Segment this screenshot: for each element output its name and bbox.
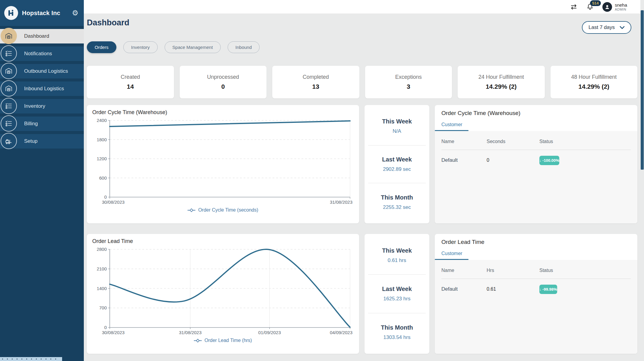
status-badge: ↓ -100.00% bbox=[539, 156, 559, 165]
tab-inventory[interactable]: Inventory bbox=[123, 41, 158, 53]
summary-label: This Week bbox=[382, 118, 412, 125]
lead-time-summary-panel: This Week 0.61 hrs Last Week 1625.23 hrs… bbox=[365, 234, 429, 354]
app-root: Hopstack Inc ⚙ Dashboard Notifications bbox=[0, 0, 644, 361]
cell-name: Default bbox=[441, 286, 487, 292]
column-header-status: Status bbox=[539, 268, 631, 273]
stat-value: 0 bbox=[221, 83, 225, 90]
user-meta: sneha ADMIN bbox=[615, 2, 627, 11]
summary-value: 2902.89 sec bbox=[383, 166, 411, 172]
table-header: Name Hrs Status bbox=[441, 260, 631, 279]
sidebar-item-setup[interactable]: Setup bbox=[0, 134, 84, 149]
stat-card-exceptions: Exceptions 3 bbox=[365, 66, 452, 98]
sidebar-item-inventory[interactable]: Inventory bbox=[0, 99, 84, 113]
sidebar-item-billing[interactable]: Billing bbox=[0, 117, 84, 131]
stat-label: 48 Hour Fulfillment bbox=[571, 74, 617, 80]
gear-icon[interactable]: ⚙ bbox=[72, 9, 78, 17]
summary-label: This Month bbox=[381, 194, 413, 201]
hopstack-logo bbox=[4, 6, 18, 20]
sidebar-item-label: Outbound Logistics bbox=[24, 68, 68, 74]
column-header-name: Name bbox=[441, 268, 487, 273]
summary-label: This Week bbox=[382, 247, 412, 254]
forklift-icon bbox=[1, 133, 17, 149]
stat-card-24h-fulfillment: 24 Hour Fulfillment 14.29% (2) bbox=[458, 66, 545, 98]
cell-name: Default bbox=[441, 157, 487, 163]
svg-text:2400: 2400 bbox=[97, 118, 107, 123]
svg-text:0: 0 bbox=[104, 194, 107, 200]
sidebar-item-label: Inventory bbox=[24, 103, 45, 109]
column-header-seconds: Seconds bbox=[487, 139, 539, 144]
user-name: sneha bbox=[615, 2, 627, 8]
stat-card-completed: Completed 13 bbox=[272, 66, 359, 98]
status-badge: ↓ -99.98% bbox=[539, 285, 557, 294]
sidebar-item-label: Billing bbox=[24, 121, 38, 127]
sidebar-header: Hopstack Inc ⚙ bbox=[0, 0, 84, 26]
legend-line-marker-icon bbox=[194, 339, 202, 343]
order-lead-time-chart-card: Order Lead Time 070014002100280030/08/20… bbox=[87, 234, 359, 354]
scrollbar-thumb[interactable] bbox=[641, 10, 644, 170]
warehouse-icon bbox=[1, 28, 17, 44]
column-header-hrs: Hrs bbox=[487, 268, 539, 273]
stat-label: 24 Hour Fulfillment bbox=[478, 74, 524, 80]
avatar-icon bbox=[602, 2, 612, 12]
summary-label: Last Week bbox=[382, 156, 412, 163]
order-lead-time-table-card: Order Lead Time Customer Name Hrs Status… bbox=[435, 234, 637, 354]
sidebar-item-dashboard[interactable]: Dashboard bbox=[0, 29, 84, 43]
table-header: Name Seconds Status bbox=[441, 131, 631, 150]
summary-this-month: This Month 1303.54 hrs bbox=[365, 313, 429, 351]
table-title: Order Lead Time bbox=[435, 239, 637, 245]
table-title: Order Cycle Time (Warehouse) bbox=[435, 110, 637, 117]
chart-title: Order Cycle Time (Warehouse) bbox=[92, 109, 354, 116]
checklist-icon bbox=[1, 115, 17, 132]
svg-text:2800: 2800 bbox=[97, 247, 107, 252]
stat-card-48h-fulfillment: 48 Hour Fulfillment 14.29% (2) bbox=[551, 66, 638, 98]
user-role: ADMIN bbox=[615, 8, 627, 11]
transfer-arrows-icon[interactable] bbox=[570, 4, 578, 10]
table-row: Default 0.61 ↓ -99.98% bbox=[441, 279, 631, 299]
column-header-name: Name bbox=[441, 139, 487, 144]
partial-overlay-fragment bbox=[0, 357, 62, 361]
summary-value: 1303.54 hrs bbox=[384, 334, 411, 340]
sidebar-item-inbound-logistics[interactable]: Inbound Logistics bbox=[0, 81, 84, 96]
sidebar: Hopstack Inc ⚙ Dashboard Notifications bbox=[0, 0, 84, 361]
tab-inbound[interactable]: Inbound bbox=[228, 41, 260, 53]
tab-customer[interactable]: Customer bbox=[435, 251, 469, 256]
date-range-select[interactable]: Last 7 days bbox=[582, 21, 631, 34]
stat-label: Unprocessed bbox=[207, 74, 239, 80]
svg-text:600: 600 bbox=[99, 175, 107, 180]
svg-text:30/08/2023: 30/08/2023 bbox=[102, 200, 125, 205]
legend-line-marker-icon bbox=[188, 208, 195, 212]
dashboard-tabs: Orders Inventory Space Management Inboun… bbox=[87, 41, 637, 53]
tab-customer[interactable]: Customer bbox=[435, 122, 469, 127]
sidebar-item-notifications[interactable]: Notifications bbox=[0, 46, 84, 61]
dashboard-grid: Order Cycle Time (Warehouse) 06001200180… bbox=[87, 105, 637, 354]
svg-text:1400: 1400 bbox=[97, 286, 107, 291]
cell-value: 0.61 bbox=[487, 286, 539, 292]
stat-value: 14.29% (2) bbox=[578, 83, 609, 90]
table-body: Name Seconds Status Default 0 ↓ -100.00% bbox=[435, 131, 637, 223]
tab-orders[interactable]: Orders bbox=[87, 41, 116, 53]
user-menu[interactable]: sneha ADMIN bbox=[602, 2, 627, 12]
legend-label: Order Cycle Time (seconds) bbox=[198, 207, 258, 213]
fragment-marks bbox=[2, 359, 60, 359]
summary-value: 0.61 hrs bbox=[388, 257, 406, 264]
chart-legend: Order Cycle Time (seconds) bbox=[92, 207, 354, 213]
svg-text:2100: 2100 bbox=[97, 266, 107, 271]
summary-this-week: This Week 0.61 hrs bbox=[365, 236, 429, 274]
summary-value: 1625.23 hrs bbox=[384, 296, 411, 302]
tab-space-management[interactable]: Space Management bbox=[165, 41, 221, 53]
stats-row: Created 14 Unprocessed 0 Completed 13 Ex… bbox=[87, 66, 637, 98]
svg-text:01/09/2023: 01/09/2023 bbox=[258, 330, 281, 335]
stat-value: 3 bbox=[407, 83, 410, 90]
stat-value: 13 bbox=[312, 83, 319, 90]
svg-text:1800: 1800 bbox=[97, 137, 107, 142]
chart-legend: Order Lead Time (hrs) bbox=[92, 338, 354, 343]
sidebar-item-outbound-logistics[interactable]: Outbound Logistics bbox=[0, 64, 84, 78]
date-range-value: Last 7 days bbox=[589, 24, 615, 30]
order-cycle-time-table-card: Order Cycle Time (Warehouse) Customer Na… bbox=[435, 105, 637, 223]
svg-text:30/08/2023: 30/08/2023 bbox=[102, 330, 125, 335]
sidebar-item-label: Setup bbox=[24, 138, 37, 144]
notifications-bell[interactable]: 514 bbox=[586, 3, 594, 11]
stat-label: Exceptions bbox=[395, 74, 422, 80]
stat-label: Completed bbox=[303, 74, 329, 80]
checklist-icon bbox=[1, 98, 17, 114]
